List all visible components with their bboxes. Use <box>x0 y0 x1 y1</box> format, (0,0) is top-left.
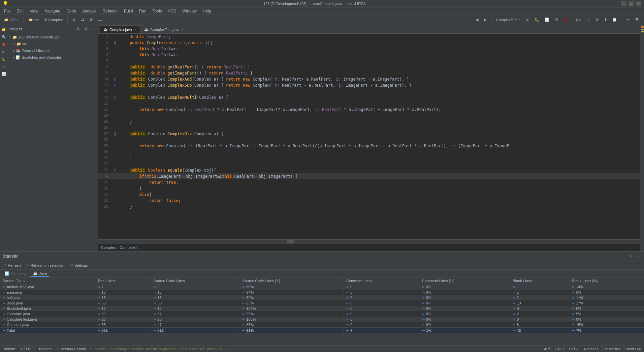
layout-icon-btn[interactable]: ⇄ <box>79 17 86 23</box>
window-controls[interactable]: — □ ✕ <box>621 1 641 6</box>
bc-method[interactable]: Complex() <box>120 245 137 250</box>
col-blank-pct[interactable]: Blank Lines [%] <box>569 278 644 284</box>
panel-minimize-icon[interactable]: — <box>635 253 641 259</box>
project-close-icon[interactable]: — <box>90 26 96 32</box>
minimize-panel-btn[interactable]: — <box>96 17 104 23</box>
class-selector[interactable]: ⚙ Complex <box>42 17 65 23</box>
bc-sep: › <box>117 245 118 250</box>
run-btn[interactable]: ▶ <box>524 17 531 23</box>
menu-navigate[interactable]: Navigate <box>42 8 63 14</box>
run-icon-side[interactable]: ▶ <box>1 49 7 55</box>
menu-file[interactable]: File <box>1 8 13 14</box>
project-selector[interactable]: 📁 123 ▼ <box>2 17 21 23</box>
cell-blank-0: ✏1 <box>510 284 569 290</box>
close-button[interactable]: ✕ <box>636 1 641 6</box>
col-comment-lines[interactable]: Comment Lines <box>344 278 419 284</box>
run-with-coverage-btn[interactable]: 📊 <box>543 17 551 23</box>
bookmarks-icon[interactable]: 🔖 <box>1 41 7 47</box>
maximize-button[interactable]: □ <box>629 1 634 6</box>
settings-icon-btn[interactable]: ⚙ <box>70 17 78 23</box>
code-line-17: 17 @ public Complex ComplexSub(Complex a… <box>98 82 640 88</box>
col-comment-pct[interactable]: Comment Lines [%] <box>419 278 510 284</box>
vcs-update-btn[interactable]: ⟳ <box>593 17 601 23</box>
statistic-status-item[interactable]: Statistic <box>3 347 16 351</box>
panel-settings-icon[interactable]: ⚙ <box>628 253 634 259</box>
menu-tools[interactable]: Tools <box>150 8 165 14</box>
project-icon[interactable]: 📁 <box>1 26 7 32</box>
h-scroll-thumb[interactable] <box>287 240 294 243</box>
menu-refactor[interactable]: Refactor <box>100 8 121 14</box>
col-source-code-pct[interactable]: Source Code Lines [%] <box>239 278 344 284</box>
refresh-button[interactable]: ⟳ Refresh <box>2 262 22 268</box>
tree-item-external[interactable]: ▶ 📚 External Libraries <box>7 47 98 54</box>
run-config-selector[interactable]: ComplexTest ▼ <box>494 17 523 23</box>
stat-table-container[interactable]: Source File ▲ Total Lines Source Code Li… <box>0 278 644 345</box>
cell-comment-pct-6: ✏0% <box>419 317 510 322</box>
debug-btn[interactable]: 🐛 <box>533 17 541 23</box>
code-editor[interactable]: 3 double ImagePart; 4 @ public Complex(d… <box>98 34 640 239</box>
menu-analyze[interactable]: Analyze <box>79 8 99 14</box>
tab-complex-java[interactable]: ☕ Complex.java ✕ <box>100 25 140 33</box>
config-icon-btn[interactable]: ⚙ <box>88 17 95 23</box>
code-line-7: 7 } <box>98 58 640 64</box>
tree-item-scratches[interactable]: ▶ 📝 Scratches and Consoles <box>7 54 98 61</box>
minimize-button[interactable]: — <box>621 1 626 6</box>
event-log-status[interactable]: Event Log <box>624 347 641 351</box>
structure-icon[interactable]: 🔩 <box>1 34 7 40</box>
version-control-status-item[interactable]: 9: Version Control <box>57 347 86 351</box>
refresh-on-selection-button[interactable]: ⟳ Refresh on selection <box>25 262 66 268</box>
menu-build[interactable]: Build <box>121 8 136 14</box>
back-btn[interactable]: ◀ <box>474 17 480 23</box>
profile-btn[interactable]: ⏱ <box>553 17 560 23</box>
menu-run[interactable]: Run <box>136 8 149 14</box>
git-icon-side[interactable]: ⎇ <box>1 63 7 69</box>
tab-close-complex[interactable]: ✕ <box>134 28 137 31</box>
bc-complex[interactable]: Complex <box>101 245 116 250</box>
undo-btn[interactable]: ↩ <box>625 17 632 23</box>
col-source-file[interactable]: Source File ▲ <box>0 278 95 284</box>
tab-java[interactable]: ☕ Java <box>30 270 50 277</box>
menu-view[interactable]: View <box>27 8 41 14</box>
search-everywhere-btn[interactable]: 🔍 <box>633 17 642 23</box>
settings-button[interactable]: ⚙ Settings <box>68 262 89 268</box>
indent-status[interactable]: 4 spaces <box>584 347 599 351</box>
project-settings-icon[interactable]: ⚙ <box>75 26 81 32</box>
cell-file-2: ✏ball.java <box>0 295 95 300</box>
menu-window[interactable]: Window <box>180 8 199 14</box>
menu-help[interactable]: Help <box>200 8 214 14</box>
col-total-lines[interactable]: Total Lines <box>95 278 151 284</box>
encoding-status[interactable]: UTF-8 <box>569 347 579 351</box>
stop-btn[interactable]: ■ <box>562 17 568 23</box>
line-endings-status[interactable]: CRLF <box>555 347 565 351</box>
terminal-status-item[interactable]: Terminal <box>38 347 53 351</box>
vcs-check-btn[interactable]: ✓ <box>585 17 592 23</box>
todo-status-item[interactable]: 6: TODO <box>20 347 35 351</box>
tab-overview[interactable]: 📊 Overview <box>2 271 29 276</box>
stats-icon-side[interactable]: 📊 <box>1 71 7 77</box>
tab-close-complextest[interactable]: ✕ <box>181 28 184 31</box>
project-layout-icon[interactable]: ⇄ <box>83 26 89 32</box>
menu-edit[interactable]: Edit <box>14 8 26 14</box>
src-folder[interactable]: 📂 src <box>27 17 41 23</box>
position-status[interactable]: 4:29 <box>544 347 551 351</box>
overview-icon: 📊 <box>5 271 9 276</box>
tree-item-src[interactable]: ▼ 📂 src <box>7 40 98 47</box>
menu-vcs[interactable]: VCS <box>165 8 179 14</box>
vcs-push-btn[interactable]: ⬆ <box>602 17 609 23</box>
col-blank-lines[interactable]: Blank Lines <box>510 278 569 284</box>
col-source-code-lines[interactable]: Source Code Lines <box>151 278 239 284</box>
toolbar-sep-3 <box>491 17 491 23</box>
cell-blank-5: ✏2 <box>510 311 569 317</box>
debug-icon-side[interactable]: 🐛 <box>1 56 7 62</box>
menu-code[interactable]: Code <box>64 8 79 14</box>
git-branch-status[interactable]: Git: master <box>603 347 621 351</box>
horizontal-scrollbar[interactable] <box>98 239 640 243</box>
cell-blank-2: ✏2 <box>510 295 569 300</box>
total-cell-lines: ✏561 <box>95 328 151 333</box>
vcs-history-btn[interactable]: 📋 <box>610 17 619 23</box>
forward-btn[interactable]: ▶ <box>482 17 488 23</box>
cell-total-3: ✏60 <box>95 300 151 306</box>
tree-item-123[interactable]: ▼ 📁 123 D:\Development\123 <box>7 34 98 40</box>
tab-complextest-java[interactable]: ☕ ComplexTest.java ✕ <box>140 25 188 33</box>
refresh-icon: ⟳ <box>3 263 6 267</box>
